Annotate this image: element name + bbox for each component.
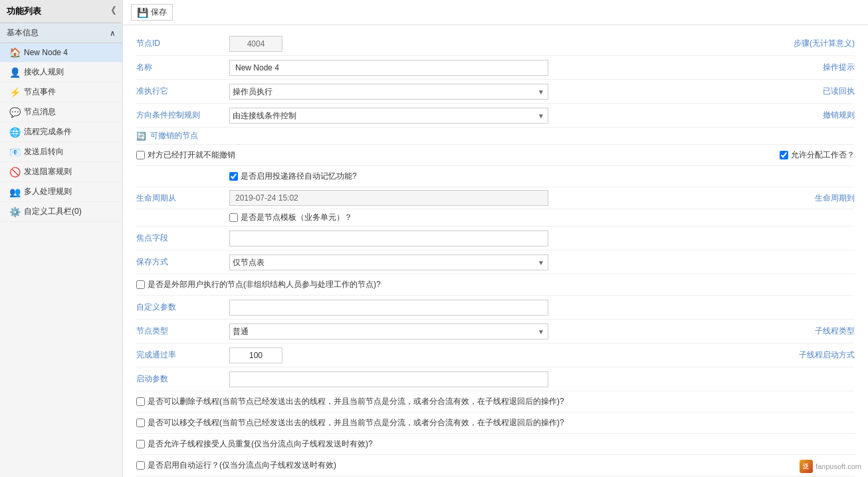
executor-right: 已读回执 — [823, 86, 855, 97]
message-icon: 💬 — [9, 107, 20, 118]
start-params-input[interactable] — [229, 371, 548, 387]
sidebar-item-flow-complete[interactable]: 🌐 流程完成条件 — [0, 122, 122, 142]
save-method-select[interactable]: 仅节点表 同步保存 异步保存 — [229, 254, 548, 270]
sidebar-item-label: 多人处理规则 — [24, 186, 72, 197]
start-params-row: 启动参数 — [136, 367, 855, 391]
checkbox-external-user-group: 是否是外部用户执行的节点(非组织结构人员参与处理工作的节点)? — [136, 279, 381, 290]
gear-icon: ⚙️ — [9, 207, 20, 217]
sidebar-header: 功能列表 《 — [0, 0, 122, 23]
checkbox-allow-assign-group: 允许分配工作否？ — [780, 149, 855, 161]
sidebar-item-receiver-rule[interactable]: 👤 接收人规则 — [0, 62, 122, 82]
lifecycle-from-input[interactable] — [229, 190, 548, 206]
completion-rate-input[interactable] — [229, 347, 282, 363]
sidebar-item-send-block[interactable]: 🚫 发送阻塞规则 — [0, 162, 122, 182]
sidebar-item-label: 发送后转向 — [24, 146, 64, 157]
sidebar-title: 功能列表 — [7, 5, 41, 17]
focus-field-control — [229, 231, 855, 246]
allow-assign-label: 允许分配工作否？ — [791, 149, 855, 161]
auto-run-label: 是否启用自动运行？(仅当分流点向子线程发送时有效) — [148, 460, 336, 471]
sidebar-item-custom-toolbar[interactable]: ⚙️ 自定义工具栏(0) — [0, 202, 122, 222]
sidebar-item-new-node[interactable]: 🏠 New Node 4 — [0, 43, 122, 62]
routing-checkbox[interactable] — [229, 172, 238, 181]
checkbox-auto-run-group: 是否启用自动运行？(仅当分流点向子线程发送时有效) — [136, 460, 336, 471]
save-method-label: 保存方式 — [136, 256, 229, 268]
external-user-label: 是否是外部用户执行的节点(非组织结构人员参与处理工作的节点)? — [148, 279, 381, 290]
sidebar-section-header[interactable]: 基本信息 ∧ — [0, 23, 122, 43]
custom-params-row: 自定义参数 — [136, 296, 855, 320]
routing-label: 是否启用投递路径自动记忆功能? — [241, 171, 357, 182]
sidebar-item-node-message[interactable]: 💬 节点消息 — [0, 102, 122, 122]
opposite-open-label: 对方已经打开就不能撤销 — [148, 149, 235, 161]
sidebar-item-label: New Node 4 — [24, 48, 68, 57]
direction-right: 撤销规则 — [823, 110, 855, 121]
lightning-icon: ⚡ — [9, 87, 20, 98]
section-label: 基本信息 — [7, 27, 39, 39]
form-body: 节点ID 步骤(无计算意义) 名称 操作提示 准执行它 — [123, 25, 868, 477]
focus-field-input[interactable] — [229, 231, 548, 246]
node-id-label: 节点ID — [136, 38, 229, 49]
allow-reassign-label: 是否允许子线程接受人员重复(仅当分流点向子线程发送时有效)? — [148, 438, 373, 450]
lifecycle-from-label: 生命周期从 — [136, 193, 229, 204]
watermark-logo-text: 泛 — [803, 462, 809, 471]
move-thread-checkbox[interactable] — [136, 419, 145, 427]
delete-thread-checkbox[interactable] — [136, 397, 145, 406]
node-type-control: 普通 子线程 外部 子线程类型 — [229, 324, 855, 339]
section-collapse-icon[interactable]: ∧ — [110, 29, 116, 38]
main-content: 💾 保存 节点ID 步骤(无计算意义) 名称 操作提示 — [123, 0, 868, 477]
auto-run-checkbox[interactable] — [136, 461, 145, 470]
direction-control: 由连接线条件控制 由规则控制 无条件 撤销规则 — [229, 108, 855, 124]
sidebar: 功能列表 《 基本信息 ∧ 🏠 New Node 4 👤 接收人规则 ⚡ 节点事… — [0, 0, 123, 477]
start-params-label: 启动参数 — [136, 373, 229, 385]
custom-params-control — [229, 300, 855, 316]
executor-label: 准执行它 — [136, 86, 229, 97]
checkbox-opposite-assign-row: 对方已经打开就不能撤销 允许分配工作否？ — [136, 145, 855, 166]
external-user-checkbox[interactable] — [136, 280, 145, 289]
lifecycle-to-label: 生命周期到 — [815, 193, 855, 204]
node-type-select-wrapper: 普通 子线程 外部 — [229, 324, 548, 339]
allow-reassign-checkbox[interactable] — [136, 440, 145, 448]
checkbox-opposite-group: 对方已经打开就不能撤销 — [136, 149, 235, 161]
sidebar-item-label: 流程完成条件 — [24, 126, 72, 138]
node-type-select[interactable]: 普通 子线程 外部 — [229, 324, 548, 339]
form-content: 节点ID 步骤(无计算意义) 名称 操作提示 准执行它 — [123, 25, 868, 477]
delete-thread-row: 是否可以删除子线程(当前节点已经发送出去的线程，并且当前节点是分流，或者分合流有… — [136, 391, 855, 413]
node-type-row: 节点类型 普通 子线程 外部 子线程类型 — [136, 320, 855, 343]
can-revoke-row: 🔄 可撤销的节点 — [136, 128, 855, 145]
node-template-checkbox[interactable] — [229, 213, 238, 222]
direction-select[interactable]: 由连接线条件控制 由规则控制 无条件 — [229, 108, 548, 124]
name-row: 名称 操作提示 — [136, 56, 855, 80]
name-input[interactable] — [229, 60, 548, 76]
completion-rate-row: 完成通过率 子线程启动方式 — [136, 343, 855, 367]
globe-icon: 🌐 — [9, 127, 20, 138]
sidebar-collapse-icons[interactable]: 《 — [106, 5, 116, 17]
collapse-icon[interactable]: 《 — [106, 5, 116, 17]
sidebar-item-multi-person[interactable]: 👥 多人处理规则 — [0, 182, 122, 202]
node-id-input[interactable] — [229, 36, 282, 52]
checkbox-allow-reassign-group: 是否允许子线程接受人员重复(仅当分流点向子线程发送时有效)? — [136, 438, 373, 450]
executor-select-wrapper: 操作员执行 自动执行 任意执行 — [229, 84, 548, 100]
node-type-label: 节点类型 — [136, 326, 229, 337]
sidebar-item-label: 自定义工具栏(0) — [24, 206, 82, 217]
can-revoke-label: 可撤销的节点 — [150, 130, 198, 142]
direction-label: 方向条件控制规则 — [136, 110, 229, 121]
delete-thread-label: 是否可以删除子线程(当前节点已经发送出去的线程，并且当前节点是分流，或者分合流有… — [148, 396, 564, 407]
completion-rate-right: 子线程启动方式 — [799, 349, 855, 361]
node-id-row: 节点ID 步骤(无计算意义) — [136, 32, 855, 56]
custom-params-label: 自定义参数 — [136, 302, 229, 313]
revoke-icon: 🔄 — [136, 132, 146, 141]
opposite-open-checkbox[interactable] — [136, 151, 145, 159]
save-icon: 💾 — [137, 7, 148, 18]
save-button[interactable]: 💾 保存 — [131, 4, 173, 21]
custom-params-input[interactable] — [229, 300, 548, 316]
mail-icon: 📧 — [9, 147, 20, 157]
name-label: 名称 — [136, 62, 229, 73]
sidebar-item-node-event[interactable]: ⚡ 节点事件 — [0, 82, 122, 102]
save-label: 保存 — [151, 7, 167, 18]
block-icon: 🚫 — [9, 167, 20, 177]
sidebar-item-send-redirect[interactable]: 📧 发送后转向 — [0, 142, 122, 162]
allow-assign-checkbox[interactable] — [780, 151, 788, 159]
executor-select[interactable]: 操作员执行 自动执行 任意执行 — [229, 84, 548, 100]
checkbox-delete-thread-group: 是否可以删除子线程(当前节点已经发送出去的线程，并且当前节点是分流，或者分合流有… — [136, 396, 564, 407]
user-icon: 👤 — [9, 67, 20, 78]
auto-run-row: 是否启用自动运行？(仅当分流点向子线程发送时有效) — [136, 455, 855, 476]
